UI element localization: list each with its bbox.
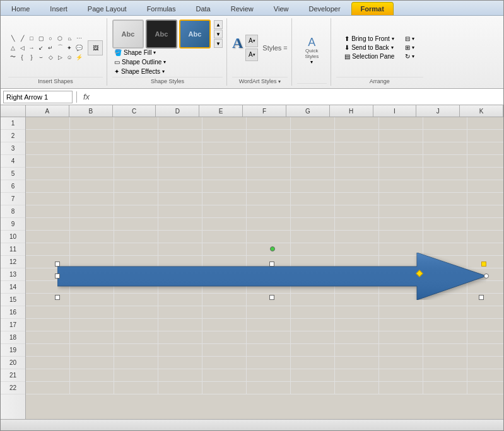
row-header-4[interactable]: 4 (1, 155, 25, 168)
effects-arrow[interactable]: ▾ (162, 69, 165, 74)
lightning-icon[interactable]: ⚡ (74, 53, 83, 62)
col-header-d[interactable]: D (156, 105, 199, 117)
row-header-5[interactable]: 5 (1, 168, 25, 180)
smiley-icon[interactable]: ☺ (65, 53, 74, 62)
handle-right-center[interactable] (484, 273, 489, 279)
cell-k1[interactable] (467, 117, 503, 130)
fill-arrow[interactable]: ▾ (153, 50, 156, 55)
row-header-1[interactable]: 1 (1, 117, 25, 130)
handle-bottom-right[interactable] (479, 295, 484, 300)
tab-insert[interactable]: Insert (40, 2, 77, 15)
wave-icon[interactable]: 〜 (8, 53, 17, 62)
scroll-down-btn[interactable]: ▼ (214, 30, 223, 38)
row-header-20[interactable]: 20 (1, 357, 25, 369)
col-header-i[interactable]: I (373, 105, 417, 117)
handle-top-right[interactable] (481, 261, 486, 267)
row-header-8[interactable]: 8 (1, 205, 25, 218)
cell-a1[interactable] (26, 117, 70, 130)
callout-icon[interactable]: 💬 (74, 43, 83, 52)
arrow2-icon[interactable]: ↙ (37, 43, 45, 52)
col-header-e[interactable]: E (199, 105, 243, 117)
shape-fill-btn[interactable]: 🪣 Shape Fill ▾ (112, 49, 168, 57)
wordart-text-btn[interactable]: A▾ (245, 49, 258, 61)
shape-outline-btn[interactable]: ▭ Shape Outline ▾ (112, 58, 168, 66)
row-header-17[interactable]: 17 (1, 319, 25, 331)
row-header-10[interactable]: 10 (1, 231, 25, 243)
bent-icon[interactable]: ↵ (46, 43, 55, 52)
col-header-f[interactable]: F (243, 105, 286, 117)
shape-style-1[interactable]: Abc (112, 20, 144, 49)
triangle-icon[interactable]: △ (8, 43, 17, 52)
quick-styles-arrow[interactable]: ▾ (310, 59, 313, 65)
selection-pane-btn[interactable]: ▤ Selection Pane (343, 52, 396, 60)
handle-top-left[interactable] (55, 261, 60, 267)
cell-i1[interactable] (379, 117, 423, 130)
tab-review[interactable]: Review (221, 2, 263, 15)
trapezoid-icon[interactable]: ⏢ (65, 34, 74, 43)
more-shapes-icon[interactable]: ⋯ (74, 34, 83, 43)
row-header-2[interactable]: 2 (1, 130, 25, 142)
formula-input[interactable] (95, 93, 501, 101)
arc-icon[interactable]: ⌣ (37, 53, 45, 62)
col-header-b[interactable]: B (69, 105, 113, 117)
cell-j1[interactable] (423, 117, 467, 130)
rtriangle-icon[interactable]: ◁ (18, 43, 26, 52)
row-header-15[interactable]: 15 (1, 294, 25, 306)
row-header-13[interactable]: 13 (1, 268, 25, 281)
hexagon-icon[interactable]: ⬡ (56, 34, 64, 43)
tab-home[interactable]: Home (2, 2, 39, 15)
cell-e1[interactable] (202, 117, 247, 130)
tab-format[interactable]: Format (351, 2, 394, 15)
scroll-more-btn[interactable]: ▼ (214, 39, 223, 48)
picture-btn[interactable]: 🖼 (88, 40, 103, 55)
rounded-rect-icon[interactable]: ▢ (37, 34, 45, 43)
row-header-12[interactable]: 12 (1, 256, 25, 268)
cell-g1[interactable] (291, 117, 335, 130)
name-box[interactable] (3, 91, 73, 103)
handle-top-center[interactable] (269, 261, 274, 267)
row-header-19[interactable]: 19 (1, 344, 25, 357)
cell-d1[interactable] (158, 117, 202, 130)
outline-arrow[interactable]: ▾ (163, 59, 166, 65)
curved-icon[interactable]: ⌒ (56, 43, 64, 52)
align-btn[interactable]: ⊟▾ (403, 35, 416, 43)
scroll-up-btn[interactable]: ▲ (214, 20, 223, 29)
cell-b1[interactable] (70, 117, 114, 130)
handle-bottom-center[interactable] (269, 295, 274, 300)
send-back-arrow[interactable]: ▾ (391, 45, 394, 50)
cell-h1[interactable] (335, 117, 379, 130)
col-header-h[interactable]: H (330, 105, 373, 117)
cell-f1[interactable] (247, 117, 291, 130)
shape-container[interactable] (57, 253, 486, 300)
rect-icon[interactable]: □ (27, 34, 36, 43)
cell-c1[interactable] (114, 117, 158, 130)
arrow-icon[interactable]: → (27, 43, 36, 52)
bring-to-front-btn[interactable]: ⬆ Bring to Front ▾ (343, 35, 396, 43)
line-icon[interactable]: ╲ (8, 34, 17, 43)
brace-icon[interactable]: { (18, 53, 26, 62)
row-header-14[interactable]: 14 (1, 281, 25, 294)
row-header-22[interactable]: 22 (1, 382, 25, 394)
tab-view[interactable]: View (264, 2, 298, 15)
row-header-16[interactable]: 16 (1, 306, 25, 319)
col-header-j[interactable]: J (416, 105, 460, 117)
col-header-c[interactable]: C (113, 105, 156, 117)
col-header-g[interactable]: G (286, 105, 330, 117)
shape-style-2[interactable]: Abc (146, 20, 177, 49)
handle-bottom-left[interactable] (55, 295, 60, 300)
col-header-k[interactable]: K (460, 105, 503, 117)
row-header-7[interactable]: 7 (1, 193, 25, 205)
quick-styles-btn[interactable]: A QuickStyles ▾ (303, 35, 320, 66)
right-arrow-shape[interactable] (57, 253, 486, 300)
group-btn[interactable]: ⊞▾ (403, 43, 416, 52)
send-to-back-btn[interactable]: ⬇ Send to Back ▾ (343, 43, 396, 52)
line2-icon[interactable]: ╱ (18, 34, 26, 43)
rotate-btn[interactable]: ↻▾ (403, 52, 416, 60)
col-header-a[interactable]: A (26, 105, 69, 117)
wordart-color-btn[interactable]: A▾ (245, 35, 258, 47)
shape-effects-btn[interactable]: ✦ Shape Effects ▾ (112, 67, 168, 76)
bring-front-arrow[interactable]: ▾ (392, 36, 394, 42)
brace2-icon[interactable]: } (27, 53, 36, 62)
wordart-a-icon[interactable]: A (232, 35, 243, 61)
tab-page-layout[interactable]: Page Layout (78, 2, 136, 15)
